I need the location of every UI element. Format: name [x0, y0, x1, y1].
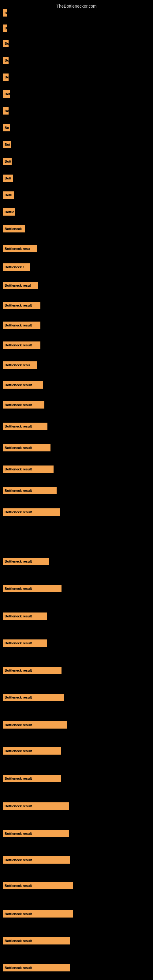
bar-label: Bottleneck: [3, 225, 25, 232]
bar-row: Bot: [3, 90, 10, 98]
bar-label: B: [3, 9, 7, 16]
bar-row: Bottleneck result: [3, 585, 62, 592]
bar-label: Bottl: [3, 191, 14, 199]
bar-row: Bottleneck result: [3, 964, 70, 971]
bar-label: Bo: [3, 40, 9, 47]
bar-label: Bottleneck result: [3, 302, 40, 309]
bar-row: Bottleneck result: [3, 558, 49, 565]
bar-label: Bottleneck result: [3, 747, 61, 755]
bar-label: Bottleneck resu: [3, 245, 37, 252]
bar-label: Bottleneck result: [3, 487, 57, 494]
bar-row: Bottleneck result: [3, 830, 69, 837]
bar-label: Bo: [3, 107, 9, 115]
bar-label: Bot: [3, 90, 10, 98]
bar-row: Bott: [3, 158, 12, 165]
bar-label: Bottleneck result: [3, 612, 47, 620]
bar-label: Bo: [3, 57, 9, 64]
bar-label: Bottleneck r: [3, 263, 30, 271]
bar-label: Bottleneck result: [3, 937, 70, 945]
bar-row: Bottleneck result: [3, 423, 48, 430]
bar-row: Bottleneck resu: [3, 245, 37, 252]
bar-row: B: [3, 9, 7, 16]
bar-row: Bo: [3, 107, 9, 115]
bar-label: Bottleneck result: [3, 882, 73, 889]
bar-label: Bo: [3, 124, 10, 131]
bar-row: Bottleneck result: [3, 444, 51, 452]
bar-row: Bo: [3, 124, 10, 131]
bar-row: Bottleneck result: [3, 721, 67, 729]
bar-row: Bottleneck result: [3, 321, 40, 329]
bar-label: Bottleneck result: [3, 775, 61, 782]
bar-label: Bottleneck result: [3, 802, 69, 810]
bar-label: B: [3, 24, 7, 32]
bar-row: Bottleneck result: [3, 694, 64, 701]
bar-row: Bottleneck result: [3, 747, 61, 755]
bar-row: Bottleneck result: [3, 640, 47, 647]
bar-label: Bottleneck result: [3, 640, 47, 647]
bar-row: Bottleneck result: [3, 882, 73, 889]
bar-row: Bottleneck resul: [3, 282, 38, 289]
bar-label: Bottleneck result: [3, 444, 51, 452]
bar-row: Bottleneck result: [3, 342, 40, 349]
bar-label: Bottleneck result: [3, 694, 64, 701]
bar-row: Bottleneck result: [3, 910, 73, 918]
bar-label: Bottle: [3, 208, 15, 216]
bar-label: Bottleneck result: [3, 466, 54, 473]
bar-row: Bot: [3, 141, 11, 148]
bar-row: Bottleneck result: [3, 775, 61, 782]
bar-row: Bottleneck result: [3, 381, 43, 389]
bar-row: Bott: [3, 175, 13, 182]
bar-label: Bottleneck result: [3, 856, 70, 864]
bar-row: Bottleneck result: [3, 667, 62, 674]
bar-row: Bottleneck result: [3, 856, 70, 864]
bar-label: Bottleneck result: [3, 830, 69, 837]
bar-row: Bottleneck result: [3, 466, 54, 473]
bar-label: Bottleneck result: [3, 342, 40, 349]
bar-label: Bott: [3, 158, 12, 165]
bar-row: Bottleneck r: [3, 263, 30, 271]
bar-label: Bottleneck resu: [3, 361, 37, 369]
bar-row: Bottleneck result: [3, 487, 57, 494]
bar-label: Bottleneck result: [3, 401, 45, 409]
bar-label: Bottleneck resul: [3, 282, 38, 289]
bar-row: Bottleneck result: [3, 302, 40, 309]
bar-row: Bo: [3, 57, 9, 64]
bar-row: Bottleneck resu: [3, 361, 37, 369]
bar-row: Bo: [3, 40, 9, 47]
bar-label: Bottleneck result: [3, 585, 62, 592]
bar-label: Bottleneck result: [3, 721, 67, 729]
bar-row: Bottleneck: [3, 225, 25, 232]
bar-label: Bottleneck result: [3, 381, 43, 389]
bar-row: Bottleneck result: [3, 802, 69, 810]
bar-row: Bottleneck result: [3, 612, 47, 620]
bar-label: Bottleneck result: [3, 423, 48, 430]
bar-label: Bottleneck result: [3, 508, 60, 516]
bar-row: B: [3, 24, 7, 32]
bar-label: Bo: [3, 73, 9, 81]
bar-row: Bottleneck result: [3, 401, 45, 409]
bar-label: Bot: [3, 141, 11, 148]
bar-label: Bottleneck result: [3, 667, 62, 674]
bar-row: Bottleneck result: [3, 508, 60, 516]
bar-label: Bott: [3, 175, 13, 182]
site-title: TheBottlenecker.com: [0, 1, 153, 11]
bar-row: Bottl: [3, 191, 14, 199]
bar-row: Bottle: [3, 208, 15, 216]
bar-row: Bottleneck result: [3, 937, 70, 945]
bar-label: Bottleneck result: [3, 558, 49, 565]
bar-row: Bo: [3, 73, 9, 81]
bar-label: Bottleneck result: [3, 910, 73, 918]
bar-label: Bottleneck result: [3, 321, 40, 329]
bar-label: Bottleneck result: [3, 964, 70, 971]
